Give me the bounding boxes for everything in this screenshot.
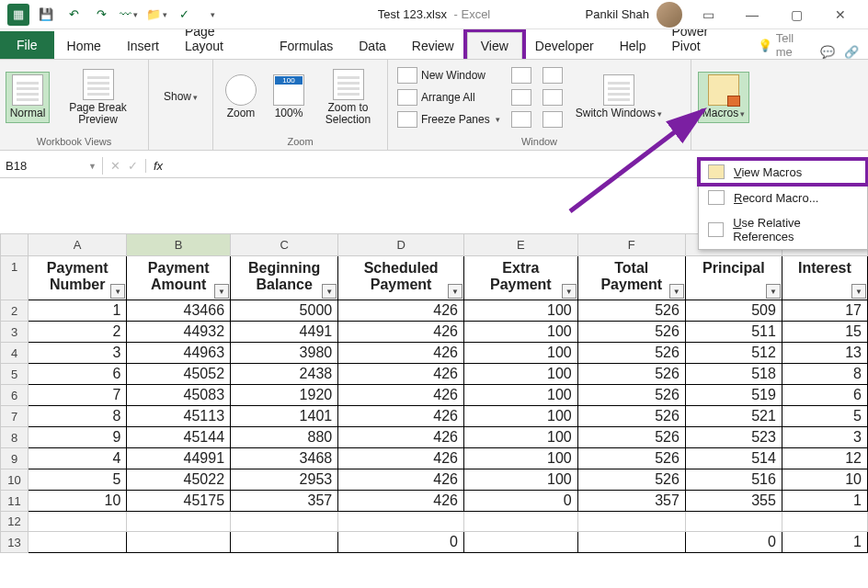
reset-pos-button[interactable]: [539, 109, 566, 130]
zoom-button[interactable]: Zoom: [219, 73, 263, 121]
filter-btn-b[interactable]: ▼: [214, 284, 229, 299]
cell[interactable]: 45052: [127, 364, 231, 385]
cell[interactable]: 10: [29, 491, 127, 512]
cell[interactable]: 509: [685, 300, 782, 322]
cell[interactable]: 526: [577, 300, 685, 322]
save-icon[interactable]: 💾: [35, 4, 57, 26]
filter-btn-h[interactable]: ▼: [851, 284, 866, 299]
cell[interactable]: 100: [464, 343, 578, 364]
switch-windows-button[interactable]: Switch Windows: [570, 73, 668, 121]
cell[interactable]: 2438: [231, 364, 338, 385]
cell[interactable]: 100: [464, 322, 578, 343]
tab-view[interactable]: View: [467, 32, 522, 59]
cell[interactable]: 1920: [231, 385, 338, 406]
share-icon[interactable]: 🔗: [844, 45, 859, 59]
cell[interactable]: 12: [782, 448, 867, 469]
cell[interactable]: 526: [577, 427, 685, 448]
cell[interactable]: 426: [338, 364, 464, 385]
cell[interactable]: 43466: [127, 300, 231, 322]
arrange-all-button[interactable]: Arrange All: [394, 87, 504, 107]
cell[interactable]: 3980: [231, 343, 338, 364]
cell[interactable]: 8: [29, 406, 127, 427]
cell[interactable]: 1: [782, 491, 867, 512]
cell[interactable]: 45022: [127, 469, 231, 491]
cell[interactable]: 15: [782, 322, 867, 343]
row-header-6[interactable]: 6: [1, 385, 29, 406]
minimize-icon[interactable]: —: [734, 2, 771, 28]
qat-customize-icon[interactable]: [200, 4, 223, 26]
page-break-preview-button[interactable]: Page Break Preview: [53, 67, 143, 128]
tab-developer[interactable]: Developer: [522, 33, 607, 59]
cell[interactable]: 100: [464, 406, 578, 427]
cell[interactable]: 44963: [127, 343, 231, 364]
macros-button[interactable]: Macros: [698, 72, 749, 122]
cell[interactable]: 3: [782, 427, 867, 448]
row-header-9[interactable]: 9: [1, 448, 29, 469]
cancel-formula-icon[interactable]: ✕: [110, 159, 120, 173]
view-side-button[interactable]: [539, 65, 566, 85]
filter-btn-d[interactable]: ▼: [448, 284, 463, 299]
row-header-5[interactable]: 5: [1, 364, 29, 385]
cell[interactable]: 45175: [127, 491, 231, 512]
cell[interactable]: 426: [338, 385, 464, 406]
hide-button[interactable]: [508, 87, 535, 107]
filter-btn-g[interactable]: ▼: [766, 284, 781, 299]
undo-icon[interactable]: ↶: [63, 4, 85, 26]
col-header-b[interactable]: B: [127, 234, 231, 256]
cell[interactable]: 3468: [231, 448, 338, 469]
col-header-f[interactable]: F: [577, 234, 685, 256]
cell[interactable]: 5000: [231, 300, 338, 322]
cell[interactable]: 100: [464, 427, 578, 448]
maximize-icon[interactable]: ▢: [778, 2, 815, 28]
cell[interactable]: 526: [577, 322, 685, 343]
row-header-7[interactable]: 7: [1, 406, 29, 427]
row-header-4[interactable]: 4: [1, 343, 29, 364]
row-header-3[interactable]: 3: [1, 322, 29, 343]
cell[interactable]: 2: [29, 322, 127, 343]
col-header-e[interactable]: E: [464, 234, 578, 256]
row-header-11[interactable]: 11: [1, 491, 29, 512]
cell[interactable]: 6: [29, 364, 127, 385]
cell[interactable]: 526: [577, 469, 685, 491]
tab-review[interactable]: Review: [399, 33, 467, 59]
filter-btn-e[interactable]: ▼: [562, 284, 577, 299]
filter-btn-a[interactable]: ▼: [110, 284, 125, 299]
tab-file[interactable]: File: [0, 31, 54, 59]
zoom-100-button[interactable]: 100 100%: [267, 73, 311, 121]
cell[interactable]: 3: [29, 343, 127, 364]
cell[interactable]: 100: [464, 385, 578, 406]
close-icon[interactable]: ✕: [822, 2, 859, 28]
record-macro-item[interactable]: Record Macro...: [699, 185, 867, 210]
cell[interactable]: 1401: [231, 406, 338, 427]
cell[interactable]: 526: [577, 343, 685, 364]
col-header-d[interactable]: D: [338, 234, 464, 256]
cell[interactable]: 523: [685, 427, 782, 448]
cell[interactable]: 526: [577, 406, 685, 427]
row-header-13[interactable]: 13: [1, 532, 29, 553]
row-header-10[interactable]: 10: [1, 469, 29, 491]
row-header-8[interactable]: 8: [1, 427, 29, 448]
split-button[interactable]: [508, 65, 535, 85]
cell[interactable]: 518: [685, 364, 782, 385]
cell[interactable]: 5: [29, 469, 127, 491]
qat-more-icon[interactable]: 〰: [118, 4, 140, 26]
cell[interactable]: 519: [685, 385, 782, 406]
new-window-button[interactable]: New Window: [394, 65, 504, 85]
freeze-panes-button[interactable]: Freeze Panes: [394, 109, 504, 130]
tab-data[interactable]: Data: [346, 33, 399, 59]
row-header-1[interactable]: 1: [1, 256, 29, 300]
cell[interactable]: 355: [685, 491, 782, 512]
tell-me-search[interactable]: 💡 Tell me: [758, 31, 811, 59]
col-header-a[interactable]: A: [29, 234, 127, 256]
cell[interactable]: 514: [685, 448, 782, 469]
cell[interactable]: 426: [338, 427, 464, 448]
view-macros-item[interactable]: View Macros: [699, 159, 867, 185]
cell[interactable]: 100: [464, 364, 578, 385]
col-header-c[interactable]: C: [231, 234, 338, 256]
cell[interactable]: 2953: [231, 469, 338, 491]
cell[interactable]: 10: [782, 469, 867, 491]
fx-label[interactable]: fx: [146, 159, 170, 173]
cell[interactable]: 526: [577, 385, 685, 406]
cell[interactable]: 426: [338, 300, 464, 322]
cell[interactable]: 8: [782, 364, 867, 385]
